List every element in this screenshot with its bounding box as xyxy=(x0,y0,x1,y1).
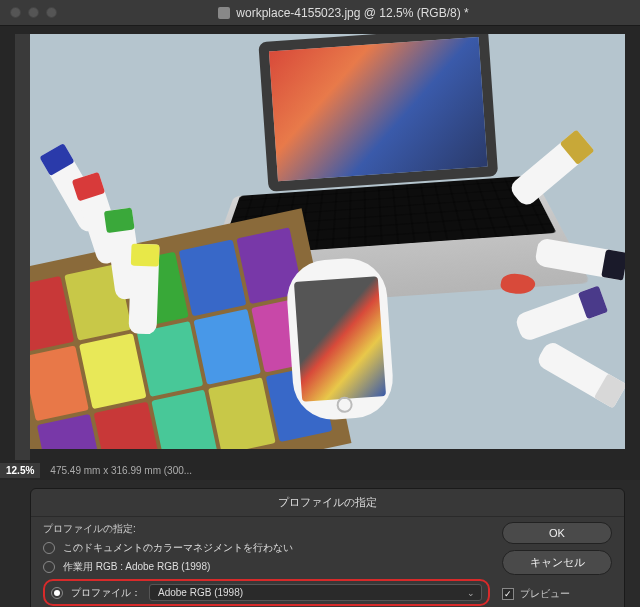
profile-select[interactable]: Adobe RGB (1998) ⌄ xyxy=(149,584,482,601)
ok-button[interactable]: OK xyxy=(502,522,612,544)
illustration-laptop xyxy=(223,34,536,244)
chevron-down-icon: ⌄ xyxy=(467,588,475,598)
document-dimensions: 475.49 mm x 316.99 mm (300... xyxy=(50,465,192,476)
radio-dont-color-manage[interactable]: このドキュメントのカラーマネジメントを行わない xyxy=(43,541,490,555)
options-group-label: プロファイルの指定: xyxy=(43,522,490,536)
close-icon[interactable] xyxy=(10,7,21,18)
status-bar: 12.5% 475.49 mm x 316.99 mm (300... xyxy=(0,463,192,478)
profile-selected-value: Adobe RGB (1998) xyxy=(158,587,243,598)
dialog-buttons: OK キャンセル ✓ プレビュー xyxy=(502,522,612,607)
radio-working-rgb[interactable]: 作業用 RGB : Adobe RGB (1998) xyxy=(43,560,490,574)
radio-profile[interactable]: プロファイル： Adobe RGB (1998) ⌄ xyxy=(43,579,490,606)
traffic-lights xyxy=(10,7,57,18)
ruler-vertical[interactable] xyxy=(15,34,30,460)
file-icon xyxy=(218,7,230,19)
titlebar: workplace-4155023.jpg @ 12.5% (RGB/8) * xyxy=(0,0,640,26)
preview-label: プレビュー xyxy=(520,587,570,601)
profile-options: プロファイルの指定: このドキュメントのカラーマネジメントを行わない 作業用 R… xyxy=(43,522,490,607)
radio-label: プロファイル： xyxy=(71,586,141,600)
zoom-level[interactable]: 12.5% xyxy=(0,463,40,478)
zoom-icon[interactable] xyxy=(46,7,57,18)
illustration-tube xyxy=(514,285,608,342)
illustration-phone xyxy=(285,256,396,423)
illustration-tube xyxy=(535,339,625,408)
radio-label: このドキュメントのカラーマネジメントを行わない xyxy=(63,541,293,555)
radio-icon xyxy=(43,542,55,554)
minimize-icon[interactable] xyxy=(28,7,39,18)
title-text: workplace-4155023.jpg @ 12.5% (RGB/8) * xyxy=(236,6,468,20)
radio-icon xyxy=(51,587,63,599)
preview-checkbox[interactable]: ✓ プレビュー xyxy=(502,587,612,601)
dialog-title: プロファイルの指定 xyxy=(31,489,624,517)
checkbox-icon: ✓ xyxy=(502,588,514,600)
radio-icon xyxy=(43,561,55,573)
document-title: workplace-4155023.jpg @ 12.5% (RGB/8) * xyxy=(57,6,630,20)
artboard-image[interactable] xyxy=(30,34,625,449)
cancel-button[interactable]: キャンセル xyxy=(502,550,612,575)
assign-profile-dialog: プロファイルの指定 プロファイルの指定: このドキュメントのカラーマネジメントを… xyxy=(30,488,625,607)
illustration-tube xyxy=(128,244,159,335)
canvas-area: 12.5% 475.49 mm x 316.99 mm (300... xyxy=(0,26,640,480)
radio-label: 作業用 RGB : Adobe RGB (1998) xyxy=(63,560,210,574)
